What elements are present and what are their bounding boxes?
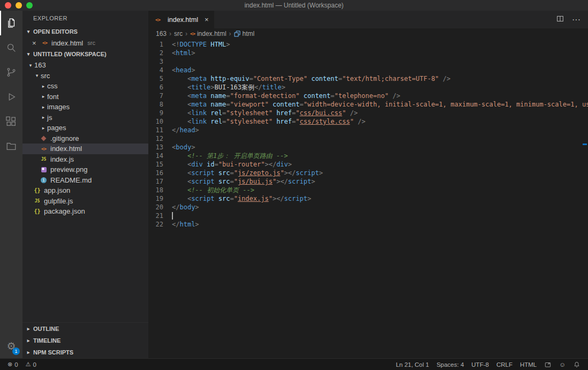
- close-window-button[interactable]: [5, 2, 11, 9]
- line-number[interactable]: 5: [148, 74, 172, 83]
- breadcrumb-item-src[interactable]: src: [174, 30, 183, 37]
- code-line[interactable]: 1<!DOCTYPE HTML>: [148, 40, 588, 49]
- breadcrumb-item-163[interactable]: 163: [156, 30, 167, 37]
- status-spaces-4[interactable]: Spaces: 4: [433, 361, 467, 368]
- line-number[interactable]: 2: [148, 49, 172, 57]
- tree-item-.gitignore[interactable]: .gitignore: [22, 133, 148, 144]
- line-number[interactable]: 10: [148, 117, 172, 126]
- code-line[interactable]: 10 <link rel="stylesheet" href="css/styl…: [148, 117, 588, 126]
- status-utf-8[interactable]: UTF-8: [468, 361, 492, 368]
- tab-index-html[interactable]: <> index.html ×: [148, 11, 214, 28]
- tree-item-163[interactable]: ▾163: [22, 60, 148, 71]
- code-line[interactable]: 5 <meta http-equiv="Content-Type" conten…: [148, 74, 588, 83]
- activity-run-debug-icon[interactable]: [0, 85, 22, 109]
- tree-item-pages[interactable]: ▸pages: [22, 123, 148, 133]
- line-number[interactable]: 7: [148, 92, 172, 100]
- open-preview-button[interactable]: [541, 361, 555, 368]
- activity-bar: ⚙1: [0, 11, 22, 358]
- tree-item-README.md[interactable]: iREADME.md: [22, 175, 148, 186]
- line-number[interactable]: 15: [148, 160, 172, 169]
- code-line[interactable]: 17 <script src="js/bui.js"></script>: [148, 177, 588, 186]
- tree-item-font[interactable]: ▸font: [22, 92, 148, 102]
- activity-explorer-icon[interactable]: [0, 11, 22, 35]
- status-errors[interactable]: ⊗0: [4, 361, 21, 368]
- code-line[interactable]: 3: [148, 57, 588, 66]
- line-number[interactable]: 19: [148, 194, 172, 203]
- tree-item-index.js[interactable]: JSindex.js: [22, 154, 148, 165]
- code-line[interactable]: 6 <title>BUI-163案例</title>: [148, 83, 588, 92]
- breadcrumb: 163›src›<>index.html›html: [148, 28, 588, 39]
- open-editors-section-header[interactable]: ▾ OPEN EDITORS: [22, 26, 148, 37]
- line-number[interactable]: 1: [148, 40, 172, 49]
- close-icon[interactable]: ×: [32, 40, 41, 47]
- line-number[interactable]: 20: [148, 203, 172, 212]
- line-number[interactable]: 22: [148, 220, 172, 229]
- line-number[interactable]: 8: [148, 100, 172, 109]
- code-line[interactable]: 7 <meta name="format-detection" content=…: [148, 92, 588, 100]
- code-line[interactable]: 12: [148, 134, 588, 143]
- tree-item-src[interactable]: ▾src: [22, 71, 148, 81]
- line-number[interactable]: 18: [148, 186, 172, 194]
- line-number[interactable]: 17: [148, 177, 172, 186]
- section-npm-scripts[interactable]: ▸NPM SCRIPTS: [22, 346, 148, 358]
- line-number[interactable]: 14: [148, 152, 172, 160]
- code-line[interactable]: 18 <!-- 初始化单页 -->: [148, 186, 588, 194]
- code-line[interactable]: 14 <!-- 第1步： 开启单页路由 -->: [148, 152, 588, 160]
- code-line[interactable]: 11</head>: [148, 126, 588, 134]
- status-ln-21-col-1[interactable]: Ln 21, Col 1: [393, 361, 432, 368]
- breadcrumb-item-html[interactable]: html: [234, 30, 255, 37]
- tree-item-js[interactable]: ▸js: [22, 112, 148, 123]
- section-outline[interactable]: ▸OUTLINE: [22, 323, 148, 335]
- status-warnings[interactable]: ⚠0: [22, 361, 40, 368]
- line-number[interactable]: 9: [148, 109, 172, 117]
- code-line[interactable]: 9 <link rel="stylesheet" href="css/bui.c…: [148, 109, 588, 117]
- status-html[interactable]: HTML: [517, 361, 540, 368]
- split-editor-icon[interactable]: [556, 14, 564, 25]
- line-number[interactable]: 13: [148, 143, 172, 152]
- line-number[interactable]: 11: [148, 126, 172, 134]
- line-number[interactable]: 21: [148, 212, 172, 220]
- line-number[interactable]: 3: [148, 57, 172, 66]
- section-timeline[interactable]: ▸TIMELINE: [22, 335, 148, 346]
- activity-remote-explorer-icon[interactable]: [0, 134, 22, 158]
- breadcrumb-item-index-html[interactable]: <>index.html: [190, 30, 227, 37]
- tree-item-label: preview.png: [50, 165, 87, 173]
- close-tab-icon[interactable]: ×: [205, 16, 209, 24]
- code-line[interactable]: 21: [148, 212, 588, 220]
- tree-item-index.html[interactable]: <>index.html: [22, 144, 148, 154]
- tree-item-app.json[interactable]: {}app.json: [22, 185, 148, 196]
- tree-item-gulpfile.js[interactable]: JSgulpfile.js: [22, 196, 148, 207]
- zoom-window-button[interactable]: [26, 2, 33, 9]
- activity-extensions-icon[interactable]: [0, 109, 22, 134]
- line-number[interactable]: 16: [148, 169, 172, 177]
- code-line[interactable]: 16 <script src="js/zepto.js"></script>: [148, 169, 588, 177]
- status-crlf[interactable]: CRLF: [493, 361, 516, 368]
- tree-item-package.json[interactable]: {}package.json: [22, 206, 148, 217]
- code-line[interactable]: 13<body>: [148, 143, 588, 152]
- notifications-bell-icon[interactable]: [570, 361, 584, 368]
- code-line[interactable]: 20</body>: [148, 203, 588, 212]
- activity-source-control-icon[interactable]: [0, 60, 22, 85]
- tree-item-preview.png[interactable]: preview.png: [22, 164, 148, 175]
- activity-search-icon[interactable]: [0, 35, 22, 60]
- code-area[interactable]: 1<!DOCTYPE HTML>2<html>34<head>5 <meta h…: [148, 39, 588, 358]
- line-number[interactable]: 6: [148, 83, 172, 92]
- overview-ruler[interactable]: [582, 28, 588, 358]
- settings-gear-icon[interactable]: ⚙1: [0, 334, 22, 358]
- section-label: OUTLINE: [33, 326, 59, 332]
- tree-item-images[interactable]: ▸images: [22, 102, 148, 112]
- code-line[interactable]: 15 <div id="bui-router"></div>: [148, 160, 588, 169]
- tree-item-css[interactable]: ▸css: [22, 81, 148, 92]
- workspace-section-header[interactable]: ▾ UNTITLED (WORKSPACE): [22, 48, 148, 60]
- open-editor-item[interactable]: × <> index.html src: [22, 37, 148, 48]
- code-line[interactable]: 4<head>: [148, 66, 588, 74]
- code-line[interactable]: 19 <script src="index.js"></script>: [148, 194, 588, 203]
- minimize-window-button[interactable]: [16, 2, 22, 9]
- more-actions-icon[interactable]: ···: [572, 15, 581, 25]
- feedback-icon[interactable]: ☺: [556, 361, 569, 368]
- code-line[interactable]: 2<html>: [148, 49, 588, 57]
- code-line[interactable]: 8 <meta name="viewport" content="width=d…: [148, 100, 588, 109]
- code-line[interactable]: 22</html>: [148, 220, 588, 229]
- line-number[interactable]: 4: [148, 66, 172, 74]
- line-number[interactable]: 12: [148, 134, 172, 143]
